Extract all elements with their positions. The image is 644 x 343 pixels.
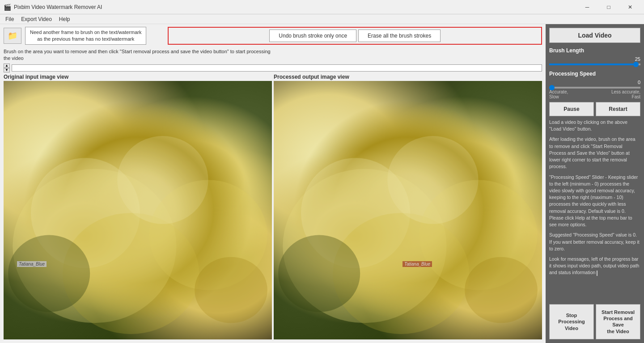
processing-speed-value: 0 [638,80,640,85]
info-paragraph-3: "Processing Speed" Slider - Keeping slid… [549,174,640,229]
close-button[interactable]: ✕ [620,0,640,14]
frame-hint-box: Need another frame to brush on the text/… [25,27,146,45]
svg-point-10 [278,235,360,312]
info-paragraph-5: Look for messages, left of the progress … [549,256,640,276]
right-image-label: Processed output image view [274,74,542,80]
title-bar: 🎬 Pixbim Video Watermark Remover AI ─ □ … [0,0,644,14]
left-area: 📁 Need another frame to brush on the tex… [0,24,546,343]
instruction-text2: the video [4,55,24,61]
processing-speed-thumb[interactable] [549,85,555,90]
menu-bar: File Export Video Help [0,14,644,24]
main-container: 📁 Need another frame to brush on the tex… [0,24,644,343]
processing-speed-slider-container: 0 Accurate, Slow Less accurate, Fast [549,80,640,99]
info-paragraph-4: Suggested "Processing Speed" value is 0.… [549,232,640,252]
toolbar: 📁 Need another frame to brush on the tex… [0,24,546,47]
restart-button[interactable]: Restart [596,102,640,116]
processing-speed-track[interactable] [549,87,640,89]
undo-brush-button[interactable]: Undo brush stroke only once [269,30,356,42]
bottom-buttons: Stop Processing Video Start Removal Proc… [549,304,640,339]
speed-label-left: Accurate, Slow [549,89,568,99]
menu-file[interactable]: File [2,15,17,23]
pause-restart-row: Pause Restart [549,102,640,116]
menu-help[interactable]: Help [55,15,74,23]
stop-processing-button[interactable]: Stop Processing Video [549,304,594,339]
info-paragraph-2: After loading the video, brush on the ar… [549,136,640,170]
start-removal-button[interactable]: Start Removal Process and Save the Video [596,304,640,339]
window-controls: ─ □ ✕ [577,0,640,14]
pause-button[interactable]: Pause [549,102,594,116]
original-image-panel[interactable]: Tatiana_Blue [4,81,272,339]
brush-length-thumb[interactable] [633,62,639,67]
minimize-button[interactable]: ─ [577,0,597,14]
svg-point-6 [117,136,208,224]
scroll-buttons: ▲ ▼ [4,64,10,72]
right-sidebar: Load Video Brush Length 25 Processing Sp… [546,24,644,343]
right-watermark: Tatiana_Blue [402,261,432,267]
processed-image-panel[interactable]: Tatiana_Blue [274,81,542,339]
svg-point-3 [8,235,90,312]
scroll-up-button[interactable]: ▲ [4,64,10,68]
app-title: Pixbim Video Watermark Remover AI [14,4,577,10]
info-text-area: Load a video by clicking on the above "L… [549,119,640,301]
instruction-text1: Brush on the area you want to remove and… [4,49,271,54]
svg-point-13 [387,136,478,224]
start-removal-label: Start Removal Process and Save the Video [602,309,635,334]
brush-buttons-container: Undo brush stroke only once Erase all th… [168,27,542,45]
progress-bar [12,64,542,72]
stop-processing-label: Stop Processing Video [558,313,585,331]
svg-point-12 [465,257,538,323]
app-icon: 🎬 [4,4,11,11]
frame-hint-line1: Need another frame to brush on the text/… [30,29,141,36]
erase-all-button[interactable]: Erase all the brush strokes [358,30,441,42]
load-video-button[interactable]: Load Video [549,28,640,43]
frame-hint-line2: as the previous frame has no text/waterm… [30,36,141,42]
folder-icon: 📁 [8,31,17,41]
left-image-label: Original input image view [4,74,272,80]
menu-export-video[interactable]: Export Video [17,15,55,23]
left-watermark: Tatiana_Blue [17,261,47,267]
brush-length-slider-container: 25 [549,56,640,66]
processed-flower-overlay [274,81,542,339]
progress-row: ▲ ▼ [0,63,546,73]
image-panels: Tatiana_Blue Tatiana_Blue [0,81,546,343]
brush-length-value: 25 [635,56,640,62]
original-video-frame: Tatiana_Blue [4,81,272,339]
instruction-bar: Brush on the area you want to remove and… [0,47,546,63]
svg-point-5 [195,257,267,323]
processing-speed-label: Processing Speed [549,71,640,77]
brush-length-label: Brush Length [549,47,640,54]
scroll-down-button[interactable]: ▼ [4,68,10,72]
speed-slider-labels: Accurate, Slow Less accurate, Fast [549,89,640,99]
brush-length-track[interactable] [549,64,640,65]
processed-video-frame: Tatiana_Blue [274,81,542,339]
speed-label-right: Less accurate, Fast [611,89,640,99]
maximize-button[interactable]: □ [598,0,619,14]
info-paragraph-1: Load a video by clicking on the above "L… [549,119,640,132]
cursor-indicator [597,271,600,276]
open-folder-button[interactable]: 📁 [4,28,21,44]
original-flower-overlay [4,81,272,339]
brush-length-fill [549,64,636,65]
image-labels: Original input image view Processed outp… [0,73,546,81]
